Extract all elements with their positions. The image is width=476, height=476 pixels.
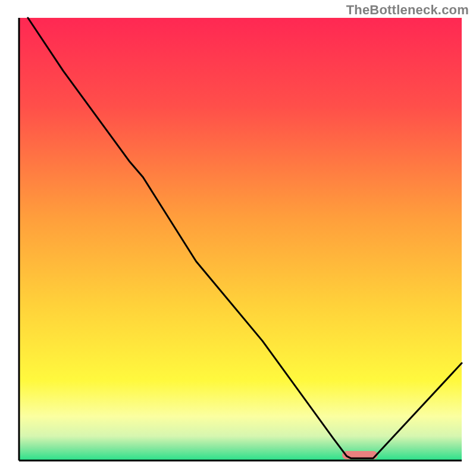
gradient-background bbox=[19, 18, 462, 461]
watermark-text: TheBottleneck.com bbox=[346, 2, 469, 18]
bottleneck-chart bbox=[0, 0, 476, 476]
chart-stage: TheBottleneck.com bbox=[0, 0, 476, 476]
